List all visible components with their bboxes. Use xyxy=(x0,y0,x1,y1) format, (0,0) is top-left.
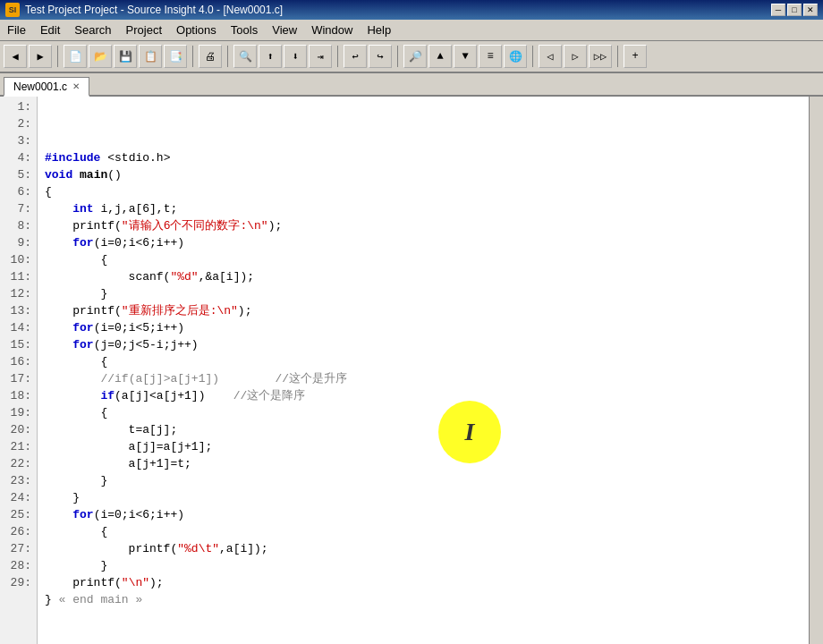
keyword: for xyxy=(72,236,93,250)
menu-window[interactable]: Window xyxy=(304,20,360,40)
code-line: } xyxy=(45,472,802,489)
symbols-button[interactable]: ≡ xyxy=(479,45,502,68)
code-text: } xyxy=(45,287,107,301)
comment: //这个是降序 xyxy=(233,389,306,402)
keyword: #include xyxy=(45,151,100,165)
code-text xyxy=(45,389,100,402)
search3-button[interactable]: ⬇ xyxy=(284,45,307,68)
search1-button[interactable]: 🔍 xyxy=(233,45,257,68)
code-text: (a[j]<a[j+1]) xyxy=(115,389,233,402)
code-text: scanf( xyxy=(45,270,170,284)
code-text: ); xyxy=(149,576,164,589)
menu-help[interactable]: Help xyxy=(360,20,398,40)
code-text: ,&a[i]); xyxy=(199,270,254,284)
menu-view[interactable]: View xyxy=(265,20,304,40)
menu-project[interactable]: Project xyxy=(119,20,169,40)
line-number: 24: xyxy=(0,489,31,506)
extras-button[interactable]: + xyxy=(624,45,647,68)
code-line: for(i=0;i<5;i++) xyxy=(45,319,802,336)
code-text: { xyxy=(45,355,107,369)
search4-button[interactable]: ⇥ xyxy=(309,45,332,68)
code-line: t=a[j]; xyxy=(45,421,802,438)
code-text: } xyxy=(45,474,107,487)
undo-button[interactable]: ↩ xyxy=(344,45,367,68)
code-text: (i=0;i<5;i++) xyxy=(94,321,184,335)
code-text: (j=0;j<5-i;j++) xyxy=(94,338,199,352)
code-line: { xyxy=(45,183,802,200)
code-line: //if(a[j]>a[j+1]) //这个是升序 xyxy=(45,370,802,387)
save2-button[interactable]: 📋 xyxy=(139,45,162,68)
keyword: for xyxy=(72,338,93,352)
line-number: 16: xyxy=(0,353,31,370)
code-line xyxy=(45,625,802,642)
string-literal: "%d" xyxy=(170,270,198,284)
code-line: for(i=0;i<6;i++) xyxy=(45,234,802,251)
line-number: 17: xyxy=(0,370,31,387)
keyword: void xyxy=(45,168,72,182)
open-button[interactable]: 📂 xyxy=(89,45,112,68)
sep5 xyxy=(397,46,398,67)
copy-button[interactable]: 📑 xyxy=(164,45,187,68)
save-button[interactable]: 💾 xyxy=(114,45,137,68)
proj3-button[interactable]: ▷▷ xyxy=(589,45,612,68)
sep1 xyxy=(57,46,58,67)
comment: //if(a[j]>a[j+1]) //这个是升序 xyxy=(100,372,347,386)
code-line: for(i=0;i<6;i++) xyxy=(45,506,802,523)
maximize-button[interactable]: □ xyxy=(787,4,802,16)
proj1-button[interactable]: ◁ xyxy=(539,45,562,68)
code-editor[interactable]: #include <stdio.h>void main(){ int i,j,a… xyxy=(38,97,809,644)
code-line: { xyxy=(45,523,802,540)
menu-tools[interactable]: Tools xyxy=(224,20,265,40)
line-number: 10: xyxy=(0,251,31,268)
web-button[interactable]: 🌐 xyxy=(504,45,527,68)
menu-options[interactable]: Options xyxy=(169,20,224,40)
line-numbers: 1:2:3:4:5:6:7:8:9:10:11:12:13:14:15:16:1… xyxy=(0,97,38,644)
code-text: } xyxy=(45,593,59,606)
tab-close-icon[interactable]: ✕ xyxy=(72,81,80,91)
list-button[interactable]: ▼ xyxy=(454,45,477,68)
code-text xyxy=(72,168,80,182)
search2-button[interactable]: ⬆ xyxy=(259,45,282,68)
new-button[interactable]: 📄 xyxy=(64,45,87,68)
line-number: 7: xyxy=(0,200,31,217)
close-button[interactable]: ✕ xyxy=(803,4,818,16)
line-number: 4: xyxy=(0,149,31,166)
sep3 xyxy=(227,46,228,67)
function-name: main xyxy=(80,168,107,182)
menu-edit[interactable]: Edit xyxy=(33,20,67,40)
line-number: 11: xyxy=(0,268,31,285)
code-text: } xyxy=(45,491,80,504)
code-line: } xyxy=(45,285,802,302)
print-button[interactable]: 🖨 xyxy=(199,45,222,68)
sep7 xyxy=(617,46,618,67)
line-number: 6: xyxy=(0,183,31,200)
keyword: int xyxy=(72,202,93,216)
code-text: a[j+1]=t; xyxy=(45,457,191,470)
code-text: (i=0;i<6;i++) xyxy=(94,236,184,250)
line-number: 3: xyxy=(0,132,31,149)
tab-label: New0001.c xyxy=(13,80,67,93)
proj2-button[interactable]: ▷ xyxy=(564,45,587,68)
code-text: t=a[j]; xyxy=(45,423,177,436)
toolbar: ◀ ▶ 📄 📂 💾 📋 📑 🖨 🔍 ⬆ ⬇ ⇥ ↩ ↪ 🔎 ▲ ▼ ≡ 🌐 ◁ … xyxy=(0,41,823,73)
minimize-button[interactable]: ─ xyxy=(771,4,785,16)
line-number: 27: xyxy=(0,540,31,557)
code-text: printf( xyxy=(45,576,122,589)
vertical-scrollbar[interactable] xyxy=(809,97,823,644)
forward-button[interactable]: ▶ xyxy=(29,45,52,68)
bookmark-button[interactable]: ▲ xyxy=(428,45,452,68)
code-text: i,j,a[6],t; xyxy=(94,202,178,216)
menu-file[interactable]: File xyxy=(0,20,33,40)
code-line: a[j+1]=t; xyxy=(45,455,802,472)
code-text xyxy=(45,372,100,386)
menu-search[interactable]: Search xyxy=(67,20,118,40)
code-text: { xyxy=(45,185,52,199)
zoom-button[interactable]: 🔎 xyxy=(403,45,427,68)
back-button[interactable]: ◀ xyxy=(4,45,27,68)
tab-new0001[interactable]: New0001.c ✕ xyxy=(4,77,89,97)
code-area[interactable]: 1:2:3:4:5:6:7:8:9:10:11:12:13:14:15:16:1… xyxy=(0,97,823,644)
code-text xyxy=(45,202,72,216)
comment: « end main » xyxy=(59,593,143,606)
redo-button[interactable]: ↪ xyxy=(369,45,392,68)
code-line: scanf("%d",&a[i]); xyxy=(45,268,802,285)
